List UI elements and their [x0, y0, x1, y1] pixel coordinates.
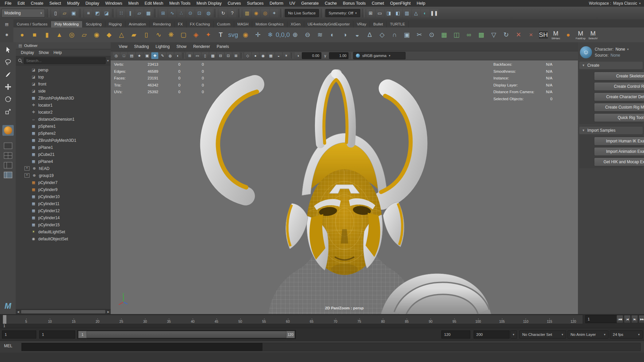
poly-cube-icon[interactable]: ■ — [29, 28, 41, 42]
outliner-item[interactable]: + ⊕ group19 — [16, 172, 111, 179]
render-settings-icon[interactable]: ✦ — [270, 9, 278, 17]
menu-item[interactable]: Bonus Tools — [340, 1, 368, 6]
render-view-icon[interactable]: ▥ — [243, 9, 251, 17]
poly-cone-icon[interactable]: ▲ — [53, 28, 65, 42]
poly-disc-icon[interactable]: ◉ — [91, 28, 103, 42]
attribute-editor-toggle-icon[interactable]: ◨ — [385, 9, 393, 17]
outliner-item[interactable]: ⇔ distanceDimension1 — [16, 116, 111, 123]
menu-item[interactable]: Modify — [64, 1, 82, 6]
pane-persp-outliner-layout-button[interactable] — [3, 171, 13, 179]
outliner-item[interactable]: ▦ ZBrushPolyMesh3D — [16, 95, 111, 102]
field-chart-icon[interactable]: ⊟ — [217, 52, 224, 59]
coordinate-input-icon[interactable]: ⊞ — [367, 9, 375, 17]
outliner-item[interactable]: ▦ pCylinder7 — [16, 179, 111, 186]
menu-item[interactable]: File — [2, 1, 14, 6]
help-icon[interactable]: ? — [228, 9, 236, 17]
create-custom-rig-mapping-button[interactable]: Create Custom Rig Mapping — [594, 103, 644, 112]
shelf-tab[interactable]: MASH — [234, 21, 252, 27]
shelf-tab[interactable]: Rigging — [105, 21, 125, 27]
quad-draw-icon[interactable]: ▦ — [438, 28, 450, 42]
film-gate-icon[interactable]: ▭ — [194, 52, 201, 59]
menu-item[interactable]: Deform — [267, 1, 286, 6]
workspace-selector[interactable]: Workspace : Maya Classic ▾ — [589, 1, 644, 6]
playback-start-field[interactable]: 1 — [39, 330, 75, 339]
outliner-item[interactable]: ▦ pPlane1 — [16, 144, 111, 151]
character-set-select[interactable]: No Character Set ▾ — [519, 330, 566, 339]
range-start-handle[interactable]: 1 — [78, 331, 87, 338]
camera-attributes-icon[interactable]: ▤ — [128, 52, 135, 59]
poly-torus-icon[interactable]: ◎ — [66, 28, 78, 42]
create-polygon-tool-icon[interactable]: ✦ — [202, 28, 214, 42]
channel-box-toggle-icon[interactable]: ▥ — [403, 9, 411, 17]
command-line-input[interactable] — [21, 343, 263, 351]
playback-options-caret[interactable]: ▾ — [510, 330, 517, 339]
four-pane-layout-button[interactable] — [3, 152, 13, 160]
mask-lines-icon[interactable]: ∥ — [126, 9, 135, 17]
collapse-edge-icon[interactable]: × — [525, 28, 537, 42]
boolean-intersection-icon[interactable]: ◒ — [351, 28, 363, 42]
retopologize-icon[interactable]: ▩ — [475, 28, 487, 42]
grease-pencil-icon[interactable]: ✎ — [159, 52, 166, 59]
create-section-header[interactable]: ▼ Create — [579, 62, 643, 69]
shelf-tab[interactable]: Motion Graphics — [252, 21, 287, 27]
outliner-item[interactable]: ▦ pCylinder14 — [16, 214, 111, 221]
shelf-tab[interactable]: FX Caching — [186, 21, 214, 27]
scroll-right-icon[interactable]: ▶ — [106, 310, 111, 313]
menu-item[interactable]: Edit Mesh — [142, 1, 166, 6]
shelf-options-gear-icon[interactable]: ✱ — [3, 32, 10, 38]
isolate-select-icon[interactable]: ◍ — [167, 52, 174, 59]
outliner-item[interactable]: ▦ pCylinder10 — [16, 193, 111, 200]
fill-hole-icon[interactable]: ▣ — [401, 28, 413, 42]
outliner-item[interactable]: ✛ locator1 — [16, 102, 111, 109]
outliner-item[interactable]: ◪ top — [16, 73, 111, 80]
shelf-tab[interactable]: Rendering — [150, 21, 174, 27]
wireframe-icon[interactable]: ◇ — [244, 52, 251, 59]
menu-item[interactable]: Edit — [15, 1, 28, 6]
xray-icon[interactable]: ◐ — [174, 52, 181, 59]
outliner-item[interactable]: ☀ defaultLightSet — [16, 228, 111, 235]
poly-superellipse-icon[interactable]: ▢ — [177, 28, 190, 42]
shelf-tab[interactable]: Custom — [214, 21, 234, 27]
menu-item[interactable]: Cache — [322, 1, 339, 6]
save-scene-icon[interactable]: ▣ — [69, 9, 78, 17]
poly-gear-icon[interactable]: ❋ — [165, 28, 177, 42]
render-current-frame-icon[interactable]: ◉ — [252, 9, 260, 17]
exposure-icon[interactable]: ◑ — [294, 52, 302, 59]
new-scene-icon[interactable]: ▯ — [51, 9, 60, 17]
custom-sphere-icon[interactable]: ● — [562, 28, 574, 42]
combine-icon[interactable]: ⊕ — [289, 28, 301, 42]
use-default-material-icon[interactable]: ◒ — [275, 52, 282, 59]
resolution-gate-icon[interactable]: ▯ — [202, 52, 209, 59]
svg-tool-icon[interactable]: svg — [227, 28, 239, 42]
select-by-hierarchy-icon[interactable]: ≡ — [84, 9, 93, 17]
no-live-surface-field[interactable]: No Live Surface — [285, 9, 319, 17]
go-to-end-button[interactable]: ▶▶| — [639, 315, 644, 323]
safe-title-icon[interactable]: ⊠ — [232, 52, 239, 59]
scroll-left-icon[interactable]: ◀ — [16, 310, 20, 313]
poly-pipe-icon[interactable]: ▯ — [140, 28, 152, 42]
paint-selection-tool-icon[interactable] — [2, 69, 14, 80]
outliner-item[interactable]: ▦ pSphere2 — [16, 130, 111, 137]
current-frame-field[interactable]: 1 — [585, 315, 619, 323]
absolute-transform-icon[interactable]: ▭ — [376, 9, 384, 17]
expand-toggle[interactable]: + — [24, 166, 30, 171]
active-tool-icon[interactable] — [2, 125, 14, 136]
mask-faces-icon[interactable]: ▱ — [135, 9, 144, 17]
modeling-toolkit-toggle-icon[interactable]: △ — [412, 9, 420, 17]
spin-edge-icon[interactable]: ↻ — [500, 28, 512, 42]
outliner-menu-item[interactable]: Show — [36, 50, 51, 55]
two-d-pan-zoom-icon[interactable]: ✚ — [151, 52, 158, 59]
pause-viewport-icon[interactable]: ❚❚ — [430, 9, 438, 17]
soft-select-icon[interactable]: ◉ — [239, 28, 252, 42]
poly-plane-icon[interactable]: ▱ — [78, 28, 90, 42]
exposure-field[interactable]: 0.00 — [302, 52, 321, 59]
select-tool-icon[interactable] — [2, 44, 14, 55]
boolean-union-icon[interactable]: ◐ — [326, 28, 338, 42]
custom-sltharc-icon[interactable]: M SltHarc — [550, 28, 562, 42]
wireframe-on-shaded-icon[interactable]: ◉ — [260, 52, 267, 59]
custom-fastexp-icon[interactable]: M FastExp — [575, 28, 587, 42]
type-tool-icon[interactable]: T — [215, 28, 227, 42]
poly-sphere-icon[interactable]: ● — [16, 28, 28, 42]
shelf-tab[interactable]: Animation — [125, 21, 150, 27]
expand-toggle[interactable]: + — [24, 173, 30, 178]
